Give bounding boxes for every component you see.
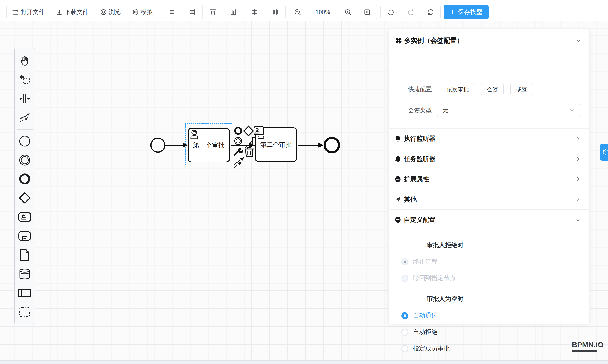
space-tool-icon [19,93,31,105]
open-file-label: 打开文件 [21,8,45,16]
bpmn-designer: 打开文件 下载文件 浏览 模拟 [0,0,608,364]
radio-auto-pass-label: 自动通过 [413,312,437,320]
palette-subprocess[interactable] [14,226,35,246]
quick-config-countersign-button[interactable]: 会签 [481,83,504,95]
align-center-button[interactable] [244,5,264,19]
chevron-down-icon [575,217,581,223]
toolbar: 打开文件 下载文件 浏览 模拟 [0,0,608,21]
start-event-icon [18,135,31,147]
align-top-icon [210,8,217,16]
settings-tab[interactable] [600,144,608,161]
task-first-approval[interactable]: 第一个审批 [188,128,230,162]
palette-end-event[interactable] [14,170,35,189]
undo-button[interactable] [381,5,401,19]
radio-auto-reject[interactable]: 自动拒绝 [401,328,437,336]
user-task-icon [18,210,31,223]
redo-icon [407,8,415,16]
palette-user-task[interactable] [14,208,35,226]
multi-instance-icon [395,37,402,44]
align-left-button[interactable] [161,5,182,19]
radio-assign-member-circle[interactable] [401,345,408,352]
horizontal-scrollbar[interactable] [0,360,608,364]
quick-config-sequential-button[interactable]: 依次审批 [441,83,475,95]
radio-auto-pass[interactable]: 自动通过 [401,312,437,320]
task-first-approval-label: 第一个审批 [193,141,225,150]
palette-separator [17,129,33,130]
radio-terminate-process-circle[interactable] [401,258,408,265]
section-custom-config[interactable]: 自定义配置 [389,209,589,230]
palette-data-store[interactable] [14,264,35,284]
sign-type-select[interactable]: 无 [437,104,580,117]
palette-gateway[interactable] [14,188,35,208]
radio-terminate-process[interactable]: 终止流程 [401,258,437,266]
align-top-button[interactable] [202,5,223,19]
radio-return-to-node[interactable]: 驳回到指定节点 [401,274,456,283]
chevron-down-icon [569,107,575,113]
open-file-button[interactable]: 打开文件 [7,5,50,19]
palette-data-object[interactable] [14,246,35,264]
global-connect-tool[interactable] [14,108,35,127]
section-execution-listener[interactable]: 执行监听器 [389,129,589,149]
align-bottom-button[interactable] [223,5,244,19]
quick-config-orsign-button[interactable]: 或签 [510,83,533,95]
plus-icon [450,9,455,15]
download-file-button[interactable]: 下载文件 [50,5,94,19]
section-extended-properties-label: 扩展属性 [404,175,429,183]
panel-header[interactable]: 多实例（会签配置） [389,29,589,52]
subprocess-icon [18,229,31,243]
undo-icon [387,8,395,16]
section-other[interactable]: 其他 [389,189,589,209]
palette-participant[interactable] [14,284,35,302]
zoom-out-button[interactable] [288,5,307,19]
section-custom-config-label: 自定义配置 [404,216,436,224]
radio-return-to-node-circle[interactable] [401,275,408,282]
chevron-right-icon [575,136,581,142]
empty-group-divider: 审批人为空时 [389,295,589,303]
palette-group[interactable] [14,302,35,322]
bell-icon [395,135,401,142]
zoom-in-button[interactable] [339,5,357,19]
space-tool[interactable] [14,89,35,108]
task-second-approval[interactable]: 第二个审批 [255,127,297,162]
align-middle-button[interactable] [264,5,285,19]
section-task-listener[interactable]: 任务监听器 [389,149,589,169]
align-left-icon [168,8,175,16]
connect-tool-icon [19,112,31,124]
radio-auto-pass-circle[interactable] [401,312,408,319]
bpmn-io-logo[interactable]: BPMN.iO [572,340,597,351]
radio-auto-reject-circle[interactable] [401,329,408,336]
quick-config-label: 快捷配置 [389,85,432,93]
end-event-icon [18,173,31,185]
intermediate-event-icon [18,154,31,167]
zoom-level[interactable]: 100% [307,5,339,19]
empty-group-title: 审批人为空时 [427,295,463,303]
redo-button[interactable] [401,5,421,19]
quick-config-row: 快捷配置 依次审批 会签 或签 [389,83,589,96]
hand-tool[interactable] [14,51,35,70]
restart-button[interactable] [421,5,440,19]
section-task-listener-label: 任务监听器 [404,155,436,163]
align-center-horizontal-icon [251,8,258,16]
eye-icon [100,9,107,15]
radio-assign-member[interactable]: 指定成员审批 [401,344,450,353]
panel-title: 多实例（会签配置） [404,36,463,45]
section-extended-properties[interactable]: 扩展属性 [389,169,589,189]
data-object-icon [19,249,31,261]
simulate-button[interactable]: 模拟 [127,5,158,19]
restart-icon [427,8,435,16]
palette-intermediate-event[interactable] [14,151,35,170]
zoom-in-icon [344,8,351,16]
preview-button[interactable]: 浏览 [94,5,127,19]
chevron-down-icon[interactable] [575,37,582,44]
reject-group-divider: 审批人拒绝时 [389,241,589,249]
download-icon [56,9,63,15]
lasso-tool[interactable] [14,70,35,89]
save-model-button[interactable]: 保存模型 [444,5,489,19]
zoom-level-label: 100% [316,9,330,15]
fit-viewport-button[interactable] [357,5,377,19]
fit-viewport-icon [363,8,371,16]
history-button-group [380,5,441,19]
palette-start-event[interactable] [14,132,35,151]
section-execution-listener-label: 执行监听器 [404,134,436,143]
align-right-button[interactable] [182,5,202,19]
